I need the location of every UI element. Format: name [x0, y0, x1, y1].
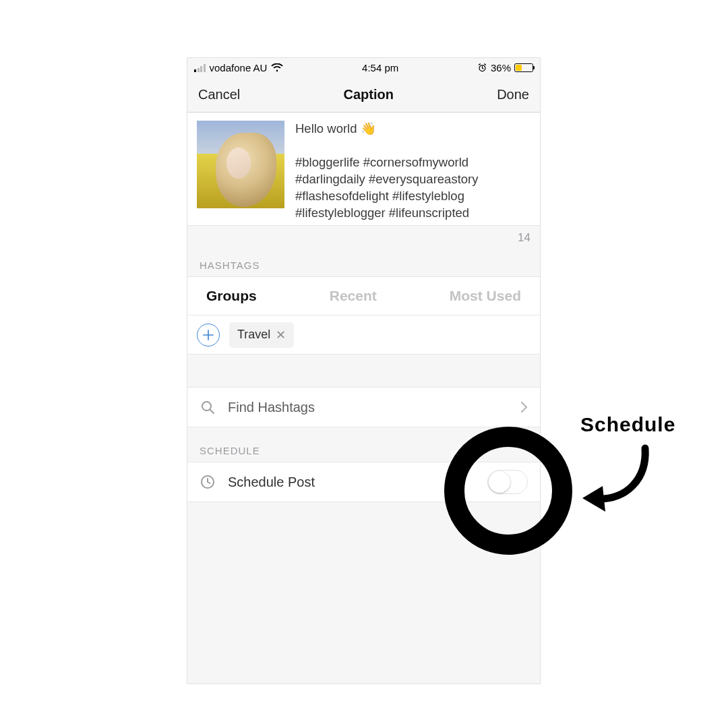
add-group-button[interactable] — [197, 324, 220, 346]
tab-groups[interactable]: Groups — [206, 288, 257, 304]
schedule-toggle[interactable] — [487, 470, 528, 494]
status-right: 36% — [477, 62, 533, 73]
annotation-label: Schedule — [580, 413, 675, 436]
find-hashtags-label: Find Hashtags — [228, 400, 508, 415]
hashtag-groups-row: Travel ✕ — [187, 315, 540, 355]
chip-travel[interactable]: Travel ✕ — [229, 322, 294, 348]
chip-label: Travel — [237, 328, 270, 342]
svg-point-1 — [202, 402, 211, 411]
signal-icon — [194, 63, 206, 72]
phone-frame: vodafone AU 4:54 pm 36% Cancel Caption D… — [187, 57, 541, 684]
carrier-label: vodafone AU — [210, 62, 268, 73]
caption-area: Hello world 👋 #bloggerlife #cornersofmyw… — [187, 113, 540, 226]
annotation-arrow-icon — [574, 442, 655, 516]
search-icon — [200, 399, 216, 415]
status-bar: vodafone AU 4:54 pm 36% — [187, 58, 540, 77]
page-title: Caption — [344, 87, 394, 102]
tab-most-used[interactable]: Most Used — [450, 288, 521, 304]
schedule-post-row: Schedule Post — [187, 462, 540, 502]
status-time: 4:54 pm — [362, 62, 398, 73]
nav-bar: Cancel Caption Done — [187, 77, 540, 113]
chevron-right-icon — [520, 401, 528, 413]
battery-icon — [514, 63, 533, 72]
battery-pct: 36% — [491, 62, 511, 73]
counter-row: 14 — [187, 226, 540, 253]
close-icon[interactable]: ✕ — [276, 328, 286, 342]
status-left: vodafone AU — [194, 62, 283, 73]
schedule-section-label: SCHEDULE — [187, 427, 540, 462]
caption-input[interactable]: Hello world 👋 #bloggerlife #cornersofmyw… — [295, 121, 530, 225]
done-button[interactable]: Done — [497, 87, 529, 102]
clock-icon — [200, 474, 216, 490]
alarm-icon — [477, 63, 487, 73]
hashtag-tabs: Groups Recent Most Used — [187, 276, 540, 315]
tab-recent[interactable]: Recent — [330, 288, 377, 304]
spacer — [187, 355, 540, 387]
hashtag-count: 14 — [518, 231, 530, 245]
wifi-icon — [271, 63, 283, 72]
hashtags-section-label: HASHTAGS — [187, 253, 540, 276]
find-hashtags-row[interactable]: Find Hashtags — [187, 387, 540, 427]
cancel-button[interactable]: Cancel — [198, 87, 240, 102]
schedule-post-label: Schedule Post — [228, 475, 475, 490]
post-thumbnail[interactable] — [197, 121, 284, 208]
